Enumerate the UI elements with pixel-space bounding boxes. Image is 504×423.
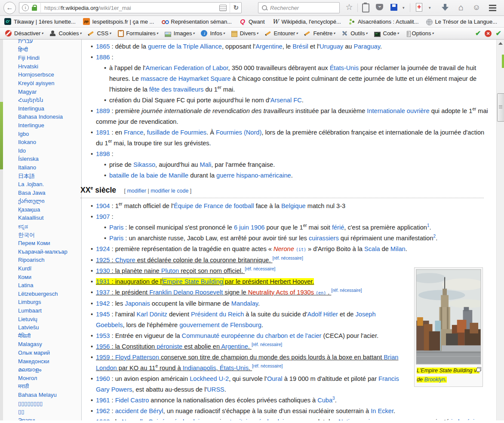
- sidebar-language-link[interactable]: Қазақша: [18, 205, 80, 214]
- sidebar-language-link[interactable]: Íslenska: [18, 155, 80, 163]
- devtoolbar-menu-désactiver[interactable]: Désactiver: [5, 30, 43, 37]
- sidebar-language-link[interactable]: Latviešu: [18, 323, 80, 332]
- sidebar-language-link[interactable]: Монгол: [18, 374, 80, 383]
- link[interactable]: Paris: [109, 235, 123, 242]
- link[interactable]: American Federation of Labor: [145, 64, 228, 71]
- link[interactable]: Argentine: [221, 343, 248, 350]
- sidebar-language-link[interactable]: Kurdî: [18, 264, 80, 273]
- sidebar-language-link[interactable]: Kreyòl ayisyen: [18, 79, 80, 88]
- sidebar-language-link[interactable]: Latina: [18, 281, 80, 290]
- reload-icon[interactable]: [233, 3, 239, 12]
- sidebar-language-link[interactable]: Igbo: [18, 130, 80, 138]
- link[interactable]: 1904: [96, 202, 110, 209]
- addon-dropdown-caret[interactable]: [429, 6, 431, 10]
- sidebar-language-link[interactable]: Олык марий: [18, 349, 80, 357]
- link[interactable]: bataille de la baie de Manille: [109, 172, 188, 179]
- sidebar-language-link[interactable]: മലയാളം: [18, 365, 80, 374]
- bookmark-item[interactable]: lespetitspois.fr | ça me ...: [83, 18, 154, 25]
- link[interactable]: Indianapolis: [183, 365, 216, 371]
- link[interactable]: cuirassiers: [309, 235, 339, 242]
- link[interactable]: 1907: [96, 213, 110, 220]
- sidebar-language-link[interactable]: Lietuvių: [18, 315, 80, 324]
- link[interactable]: 1889: [96, 107, 110, 114]
- link[interactable]: Scala: [364, 245, 380, 252]
- devtoolbar-menu-infos[interactable]: Infos: [201, 30, 224, 37]
- link[interactable]: 1937: [96, 289, 110, 296]
- lock-icon[interactable]: [32, 5, 37, 11]
- link[interactable]: 1865: [96, 43, 110, 50]
- link[interactable]: 1962: [96, 408, 110, 414]
- sidebar-language-link[interactable]: ქართული: [18, 197, 80, 205]
- bookmark-item[interactable]: Qwant: [239, 18, 265, 25]
- sidebar-language-link[interactable]: Italiano: [18, 163, 80, 172]
- devtoolbar-menu-images[interactable]: Images: [165, 30, 195, 37]
- save-dropdown-caret[interactable]: [403, 6, 405, 10]
- sidebar-language-link[interactable]: Fiji Hindi: [18, 54, 80, 62]
- link[interactable]: massacre de Haymarket Square: [141, 75, 230, 82]
- sidebar-language-link[interactable]: Hornjoserbsce: [18, 70, 80, 79]
- devtoolbar-menu-formulaires[interactable]: Formulaires: [117, 30, 158, 37]
- link[interactable]: États-Unis: [330, 64, 359, 71]
- devtoolbar-menu-options[interactable]: Options: [406, 30, 434, 37]
- sidebar-language-link[interactable]: Malagasy: [18, 340, 80, 349]
- link[interactable]: Neutrality Acts of 1930s: [248, 289, 314, 296]
- link[interactable]: Belgique: [281, 202, 306, 209]
- link[interactable]: férié: [332, 224, 344, 231]
- error-x-icon[interactable]: [485, 30, 492, 37]
- link[interactable]: Uruguay: [320, 43, 343, 50]
- home-icon[interactable]: [456, 3, 466, 13]
- enlarge-icon[interactable]: [476, 367, 481, 372]
- link[interactable]: Milan: [390, 245, 406, 252]
- sidebar-language-link[interactable]: हिन्दी: [18, 46, 80, 54]
- devtoolbar-menu-cookies[interactable]: Cookies: [49, 30, 81, 37]
- devtoolbar-menu-css[interactable]: CSS: [88, 30, 111, 37]
- devtoolbar-menu-fenêtre[interactable]: Fenêtre: [304, 30, 335, 37]
- sidebar-language-link[interactable]: Hrvatski: [18, 62, 80, 71]
- link[interactable]: Pluton: [161, 267, 179, 274]
- sidebar-language-link[interactable]: Ripoarisch: [18, 256, 80, 264]
- link[interactable]: 1959: [96, 354, 110, 361]
- sidebar-language-link[interactable]: Перем Коми: [18, 239, 80, 248]
- link[interactable]: Cuba: [317, 397, 332, 404]
- link[interactable]: 1898: [96, 150, 110, 157]
- link[interactable]: Paris: [109, 224, 123, 231]
- sidebar-language-link[interactable]: Коми: [18, 273, 80, 282]
- link[interactable]: Brooklyn: [424, 377, 445, 383]
- sidebar-language-link[interactable]: Limburgs: [18, 298, 80, 307]
- sidebar-language-link[interactable]: Ido: [18, 147, 80, 155]
- link[interactable]: 6 juin 1906: [234, 224, 264, 231]
- link[interactable]: Japonais: [125, 300, 150, 307]
- sidebar-language-link[interactable]: 日本語: [18, 172, 80, 181]
- link[interactable]: (it): [296, 247, 306, 252]
- reader-mode-icon[interactable]: [219, 5, 227, 11]
- link[interactable]: 1961: [96, 397, 110, 404]
- sidebar-language-link[interactable]: Հայերեն: [18, 96, 80, 104]
- link[interactable]: 1891: [96, 129, 110, 136]
- sidebar-language-link[interactable]: 한국어: [18, 231, 80, 239]
- link[interactable]: France: [124, 129, 143, 136]
- link[interactable]: 1956: [96, 343, 110, 350]
- sidebar-language-link[interactable]: Ilokano: [18, 138, 80, 147]
- back-button[interactable]: [3, 2, 16, 14]
- sidebar-language-link[interactable]: Македонски: [18, 357, 80, 366]
- link[interactable]: Adolf Hitler: [307, 311, 338, 318]
- scrollbar-thumb[interactable]: [497, 93, 504, 122]
- link[interactable]: 1942: [96, 300, 110, 307]
- feedback-smiley-icon[interactable]: [471, 3, 482, 13]
- sidebar-language-link[interactable]: Bahasa Melayu: [18, 391, 80, 399]
- sidebar-language-link[interactable]: Эрзянь: [18, 416, 80, 420]
- link[interactable]: Mandalay: [231, 300, 258, 307]
- link[interactable]: Équipe de France de football: [174, 202, 254, 209]
- link[interactable]: Brésil: [292, 43, 308, 50]
- bookmark-item[interactable]: Alsacréations : Actualit...: [348, 18, 419, 25]
- link[interactable]: Communauté européenne du charbon et de l…: [182, 332, 322, 339]
- link[interactable]: Argentine: [255, 43, 282, 50]
- link[interactable]: URSS: [207, 386, 224, 393]
- sidebar-language-link[interactable]: Interlingua: [18, 104, 80, 113]
- devtoolbar-menu-entourer[interactable]: Entourer: [265, 30, 298, 37]
- url-text[interactable]: https://fr.wikipedia.org/wiki/1er_mai: [44, 5, 131, 11]
- bookmark-item[interactable]: Représentation séman...: [161, 18, 232, 25]
- link[interactable]: Fourmies (Nord): [216, 129, 261, 136]
- link[interactable]: 1924: [96, 245, 110, 252]
- link[interactable]: Paraguay: [354, 43, 380, 50]
